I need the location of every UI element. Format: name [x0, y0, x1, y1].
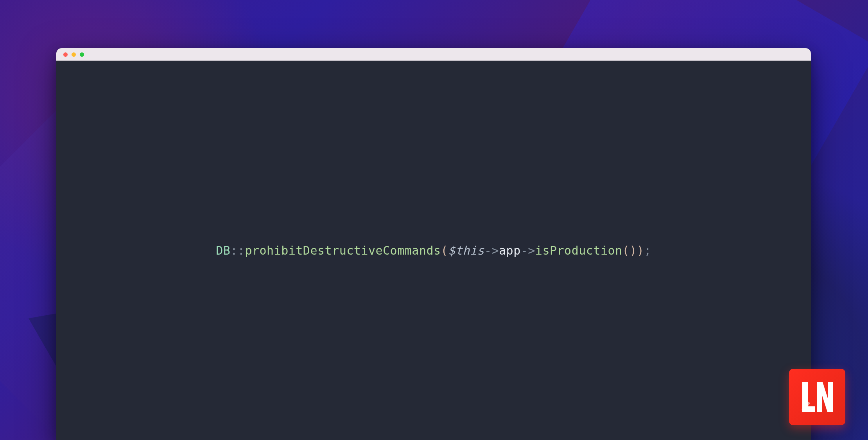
close-icon[interactable] — [63, 52, 68, 57]
minimize-icon[interactable] — [72, 52, 76, 57]
ln-logo-icon — [798, 377, 837, 417]
maximize-icon[interactable] — [80, 52, 84, 57]
code-editor-area: DB::prohibitDestructiveCommands($this->a… — [56, 61, 811, 440]
window-titlebar — [56, 48, 811, 61]
code-token-property: app — [499, 244, 521, 257]
brand-logo-badge — [789, 369, 845, 425]
code-token-paren: ( — [441, 244, 448, 257]
code-token-method: isProduction — [535, 244, 622, 257]
code-token-arrow: -> — [484, 244, 499, 257]
editor-window: DB::prohibitDestructiveCommands($this->a… — [56, 48, 811, 440]
code-line: DB::prohibitDestructiveCommands($this->a… — [216, 244, 651, 257]
code-token-scope: :: — [230, 244, 245, 257]
code-token-method: prohibitDestructiveCommands — [245, 244, 441, 257]
code-token-paren: ) — [637, 244, 644, 257]
code-token-variable: $this — [448, 244, 484, 257]
code-token-class: DB — [216, 244, 230, 257]
code-token-semicolon: ; — [644, 244, 651, 257]
code-token-paren: () — [622, 244, 637, 257]
code-token-arrow: -> — [521, 244, 535, 257]
